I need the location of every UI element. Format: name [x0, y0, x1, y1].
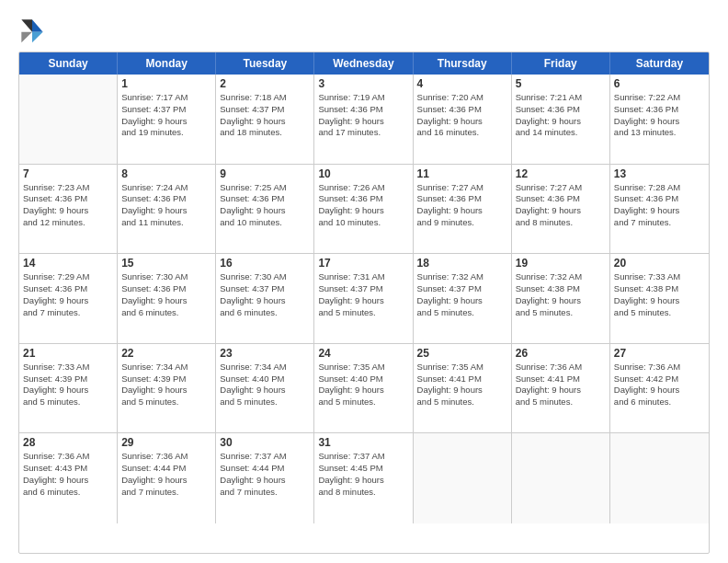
cell-date-number: 12 — [516, 167, 606, 180]
svg-marker-2 — [21, 19, 32, 31]
cell-date-number: 1 — [121, 77, 211, 90]
svg-marker-1 — [32, 32, 43, 43]
calendar-cell: 7Sunrise: 7:23 AM Sunset: 4:36 PM Daylig… — [19, 165, 118, 254]
cell-date-number: 8 — [121, 167, 211, 180]
cell-info-text: Sunrise: 7:33 AM Sunset: 4:39 PM Dayligh… — [23, 362, 113, 408]
cell-date-number: 17 — [318, 257, 408, 270]
cell-date-number: 19 — [516, 257, 606, 270]
cell-date-number: 22 — [121, 347, 211, 360]
calendar-row: 21Sunrise: 7:33 AM Sunset: 4:39 PM Dayli… — [19, 344, 709, 434]
cell-date-number: 2 — [220, 77, 310, 90]
calendar-cell: 1Sunrise: 7:17 AM Sunset: 4:37 PM Daylig… — [118, 75, 216, 164]
calendar-cell: 29Sunrise: 7:36 AM Sunset: 4:44 PM Dayli… — [118, 433, 216, 523]
cell-info-text: Sunrise: 7:36 AM Sunset: 4:41 PM Dayligh… — [516, 362, 606, 408]
cell-info-text: Sunrise: 7:34 AM Sunset: 4:39 PM Dayligh… — [121, 362, 211, 408]
calendar: SundayMondayTuesdayWednesdayThursdayFrid… — [18, 52, 710, 554]
cell-info-text: Sunrise: 7:35 AM Sunset: 4:41 PM Dayligh… — [417, 362, 507, 408]
calendar-cell: 31Sunrise: 7:37 AM Sunset: 4:45 PM Dayli… — [314, 433, 413, 523]
calendar-cell: 11Sunrise: 7:27 AM Sunset: 4:36 PM Dayli… — [414, 165, 512, 254]
calendar-cell: 20Sunrise: 7:33 AM Sunset: 4:38 PM Dayli… — [610, 254, 709, 343]
cell-date-number: 31 — [318, 436, 408, 449]
cell-date-number: 3 — [318, 77, 408, 90]
calendar-cell: 17Sunrise: 7:31 AM Sunset: 4:37 PM Dayli… — [314, 254, 413, 343]
cell-info-text: Sunrise: 7:20 AM Sunset: 4:36 PM Dayligh… — [417, 92, 507, 139]
weekday-header: Friday — [512, 52, 610, 75]
calendar-cell: 9Sunrise: 7:25 AM Sunset: 4:36 PM Daylig… — [216, 165, 314, 254]
cell-date-number: 20 — [614, 257, 705, 270]
cell-info-text: Sunrise: 7:30 AM Sunset: 4:36 PM Dayligh… — [121, 271, 211, 318]
cell-date-number: 26 — [516, 347, 606, 360]
cell-date-number: 28 — [23, 436, 113, 449]
cell-info-text: Sunrise: 7:37 AM Sunset: 4:45 PM Dayligh… — [318, 451, 408, 498]
calendar-cell: 6Sunrise: 7:22 AM Sunset: 4:36 PM Daylig… — [610, 75, 709, 164]
weekday-header: Monday — [118, 52, 216, 75]
calendar-cell: 26Sunrise: 7:36 AM Sunset: 4:41 PM Dayli… — [512, 344, 610, 433]
cell-info-text: Sunrise: 7:30 AM Sunset: 4:37 PM Dayligh… — [220, 271, 310, 318]
cell-date-number: 21 — [23, 347, 113, 360]
cell-info-text: Sunrise: 7:28 AM Sunset: 4:36 PM Dayligh… — [614, 182, 705, 229]
cell-info-text: Sunrise: 7:21 AM Sunset: 4:36 PM Dayligh… — [516, 92, 606, 139]
calendar-header: SundayMondayTuesdayWednesdayThursdayFrid… — [19, 52, 709, 75]
cell-date-number: 6 — [614, 77, 705, 90]
calendar-cell — [19, 75, 118, 164]
calendar-body: 1Sunrise: 7:17 AM Sunset: 4:37 PM Daylig… — [19, 75, 709, 523]
cell-date-number: 10 — [318, 167, 408, 180]
cell-info-text: Sunrise: 7:36 AM Sunset: 4:44 PM Dayligh… — [121, 451, 211, 498]
cell-info-text: Sunrise: 7:25 AM Sunset: 4:36 PM Dayligh… — [220, 182, 310, 229]
header — [18, 17, 710, 44]
cell-date-number: 23 — [220, 347, 310, 360]
cell-info-text: Sunrise: 7:36 AM Sunset: 4:43 PM Dayligh… — [23, 451, 113, 498]
weekday-header: Wednesday — [314, 52, 413, 75]
calendar-cell: 16Sunrise: 7:30 AM Sunset: 4:37 PM Dayli… — [216, 254, 314, 343]
calendar-cell: 25Sunrise: 7:35 AM Sunset: 4:41 PM Dayli… — [414, 344, 512, 433]
cell-info-text: Sunrise: 7:29 AM Sunset: 4:36 PM Dayligh… — [23, 271, 113, 318]
calendar-cell — [414, 433, 512, 523]
cell-info-text: Sunrise: 7:37 AM Sunset: 4:44 PM Dayligh… — [220, 451, 310, 498]
cell-date-number: 18 — [417, 257, 507, 270]
cell-date-number: 14 — [23, 257, 113, 270]
cell-date-number: 11 — [417, 167, 507, 180]
calendar-cell — [610, 433, 709, 523]
weekday-header: Thursday — [414, 52, 512, 75]
cell-info-text: Sunrise: 7:17 AM Sunset: 4:37 PM Dayligh… — [121, 92, 211, 139]
cell-info-text: Sunrise: 7:27 AM Sunset: 4:36 PM Dayligh… — [516, 182, 606, 229]
cell-info-text: Sunrise: 7:33 AM Sunset: 4:38 PM Dayligh… — [614, 271, 705, 318]
cell-info-text: Sunrise: 7:23 AM Sunset: 4:36 PM Dayligh… — [23, 182, 113, 229]
svg-marker-3 — [21, 32, 32, 43]
cell-info-text: Sunrise: 7:26 AM Sunset: 4:36 PM Dayligh… — [318, 182, 408, 229]
cell-info-text: Sunrise: 7:34 AM Sunset: 4:40 PM Dayligh… — [220, 362, 310, 408]
cell-info-text: Sunrise: 7:35 AM Sunset: 4:40 PM Dayligh… — [318, 362, 408, 408]
cell-info-text: Sunrise: 7:31 AM Sunset: 4:37 PM Dayligh… — [318, 271, 408, 318]
cell-date-number: 15 — [121, 257, 211, 270]
calendar-cell: 23Sunrise: 7:34 AM Sunset: 4:40 PM Dayli… — [216, 344, 314, 433]
calendar-cell: 10Sunrise: 7:26 AM Sunset: 4:36 PM Dayli… — [314, 165, 413, 254]
weekday-header: Sunday — [19, 52, 118, 75]
calendar-cell: 18Sunrise: 7:32 AM Sunset: 4:37 PM Dayli… — [414, 254, 512, 343]
calendar-cell: 24Sunrise: 7:35 AM Sunset: 4:40 PM Dayli… — [314, 344, 413, 433]
cell-info-text: Sunrise: 7:24 AM Sunset: 4:36 PM Dayligh… — [121, 182, 211, 229]
calendar-cell: 5Sunrise: 7:21 AM Sunset: 4:36 PM Daylig… — [512, 75, 610, 164]
cell-date-number: 5 — [516, 77, 606, 90]
calendar-cell: 12Sunrise: 7:27 AM Sunset: 4:36 PM Dayli… — [512, 165, 610, 254]
cell-date-number: 4 — [417, 77, 507, 90]
calendar-cell: 27Sunrise: 7:36 AM Sunset: 4:42 PM Dayli… — [610, 344, 709, 433]
cell-date-number: 13 — [614, 167, 705, 180]
calendar-cell: 8Sunrise: 7:24 AM Sunset: 4:36 PM Daylig… — [118, 165, 216, 254]
cell-info-text: Sunrise: 7:32 AM Sunset: 4:37 PM Dayligh… — [417, 271, 507, 318]
calendar-row: 7Sunrise: 7:23 AM Sunset: 4:36 PM Daylig… — [19, 165, 709, 255]
calendar-cell: 30Sunrise: 7:37 AM Sunset: 4:44 PM Dayli… — [216, 433, 314, 523]
calendar-cell — [512, 433, 610, 523]
calendar-cell: 2Sunrise: 7:18 AM Sunset: 4:37 PM Daylig… — [216, 75, 314, 164]
calendar-cell: 28Sunrise: 7:36 AM Sunset: 4:43 PM Dayli… — [19, 433, 118, 523]
calendar-row: 14Sunrise: 7:29 AM Sunset: 4:36 PM Dayli… — [19, 254, 709, 344]
cell-info-text: Sunrise: 7:22 AM Sunset: 4:36 PM Dayligh… — [614, 92, 705, 139]
logo-svg — [18, 17, 46, 44]
cell-date-number: 16 — [220, 257, 310, 270]
calendar-cell: 19Sunrise: 7:32 AM Sunset: 4:38 PM Dayli… — [512, 254, 610, 343]
cell-info-text: Sunrise: 7:32 AM Sunset: 4:38 PM Dayligh… — [516, 271, 606, 318]
calendar-cell: 13Sunrise: 7:28 AM Sunset: 4:36 PM Dayli… — [610, 165, 709, 254]
calendar-row: 1Sunrise: 7:17 AM Sunset: 4:37 PM Daylig… — [19, 75, 709, 165]
cell-date-number: 27 — [614, 347, 705, 360]
calendar-cell: 3Sunrise: 7:19 AM Sunset: 4:36 PM Daylig… — [314, 75, 413, 164]
cell-date-number: 30 — [220, 436, 310, 449]
